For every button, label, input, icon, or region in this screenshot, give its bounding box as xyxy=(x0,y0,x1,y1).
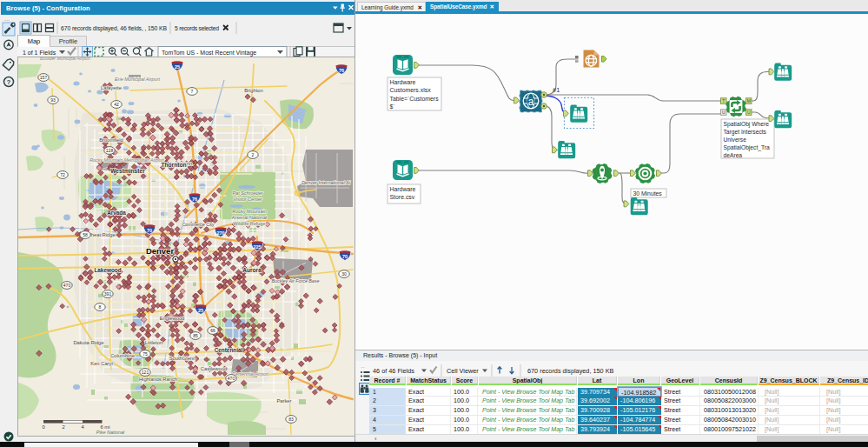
svg-text:391: 391 xyxy=(104,291,112,297)
svg-text:Boulder Municipal Airport: Boulder Municipal Airport xyxy=(40,57,90,61)
svg-text:121: 121 xyxy=(142,370,149,375)
svg-text:Pat Schroeder: Pat Schroeder xyxy=(232,190,263,196)
svg-text:76: 76 xyxy=(339,68,344,73)
svg-text:Commerce City: Commerce City xyxy=(182,222,214,227)
svg-text:30 Minutes: 30 Minutes xyxy=(633,190,663,197)
svg-text:Denver International Ai: Denver International Ai xyxy=(301,180,351,185)
svg-text:470: 470 xyxy=(63,283,71,288)
svg-text:75: 75 xyxy=(142,351,148,357)
svg-text:SouthGlenn: SouthGlenn xyxy=(169,356,196,361)
svg-text:Hardware: Hardware xyxy=(390,79,416,85)
svg-text:U: U xyxy=(722,110,726,115)
svg-text:6 mi: 6 mi xyxy=(101,424,110,430)
svg-text:670 records displayed, 46 fiel: 670 records displayed, 46 fields, , 150 … xyxy=(61,25,167,32)
svg-text:Brighton: Brighton xyxy=(244,88,263,93)
svg-text:a: a xyxy=(528,96,534,108)
svg-text:Lafayette: Lafayette xyxy=(101,85,122,90)
svg-text:2: 2 xyxy=(62,424,64,430)
svg-text:670 records displayed, 150 KB: 670 records displayed, 150 KB xyxy=(527,367,614,375)
svg-text:M: M xyxy=(747,98,751,103)
svg-text:Universe: Universe xyxy=(724,137,747,143)
svg-text:T: T xyxy=(722,98,725,103)
svg-text:30: 30 xyxy=(341,271,347,277)
svg-text:Customers.xlsx: Customers.xlsx xyxy=(390,87,432,93)
svg-text:7: 7 xyxy=(191,89,194,94)
svg-text:Hardware: Hardware xyxy=(390,186,416,192)
svg-text:Table=`Customers: Table=`Customers xyxy=(390,96,440,102)
svg-text:Cell Viewer: Cell Viewer xyxy=(447,367,479,375)
svg-text:225: 225 xyxy=(253,244,261,250)
svg-text:deArea: deArea xyxy=(724,152,743,158)
svg-text:Littleton: Littleton xyxy=(145,340,162,345)
svg-text:Buckley Air Force Base: Buckley Air Force Base xyxy=(272,278,320,284)
svg-text:Englewood: Englewood xyxy=(160,316,185,321)
svg-text:157: 157 xyxy=(40,75,48,80)
svg-text:Lakewood: Lakewood xyxy=(94,267,121,273)
svg-text:Westminster: Westminster xyxy=(110,168,145,174)
svg-text:Store.csv: Store.csv xyxy=(390,194,415,200)
svg-text:Dakota Ridge: Dakota Ridge xyxy=(73,340,103,345)
svg-text:0: 0 xyxy=(42,424,44,430)
svg-text:Rocky Mountain Metropolitan Ai: Rocky Mountain Metropolitan Airport xyxy=(89,157,164,163)
svg-text:42: 42 xyxy=(114,102,119,107)
svg-text:76: 76 xyxy=(192,197,197,202)
svg-text:128: 128 xyxy=(106,148,114,153)
svg-text:Broomfield: Broomfield xyxy=(99,137,123,143)
svg-text:Denver: Denver xyxy=(146,246,175,256)
svg-text:TomTom US - Most Recent Vintag: TomTom US - Most Recent Vintage xyxy=(162,50,256,57)
svg-text:Arvada: Arvada xyxy=(107,210,126,216)
svg-text:Highlands Ranch: Highlands Ranch xyxy=(139,377,177,382)
svg-text:Erie Municipal Airport: Erie Municipal Airport xyxy=(115,77,161,82)
svg-text:46 of 46 Fields: 46 of 46 Fields xyxy=(373,367,414,375)
svg-text:Castlewood: Castlewood xyxy=(201,366,227,371)
svg-text:93: 93 xyxy=(50,97,56,103)
svg-text:470: 470 xyxy=(228,376,235,381)
svg-text:25: 25 xyxy=(175,64,180,70)
svg-text:Parker: Parker xyxy=(276,398,291,404)
svg-text:85: 85 xyxy=(193,333,198,338)
svg-text:8: 8 xyxy=(99,304,102,310)
svg-text:72: 72 xyxy=(60,172,65,177)
svg-text:...: ... xyxy=(4,16,10,22)
svg-text:66: 66 xyxy=(210,328,215,333)
svg-text:?: ? xyxy=(7,78,11,86)
svg-text:5 records selected: 5 records selected xyxy=(175,25,219,31)
svg-text:...: ... xyxy=(361,364,365,369)
svg-text:Rocky Mountain: Rocky Mountain xyxy=(232,209,266,214)
svg-text:Ken Caryl: Ken Caryl xyxy=(90,361,112,366)
svg-text:Centennial Airport: Centennial Airport xyxy=(232,371,269,377)
svg-text:SpatialObj Where: SpatialObj Where xyxy=(724,121,770,128)
svg-text:$`: $` xyxy=(390,103,395,110)
svg-text:70: 70 xyxy=(342,254,348,259)
svg-text:Visitor Center: Visitor Center xyxy=(233,197,262,202)
svg-text:Wildlife Refuge: Wildlife Refuge xyxy=(234,221,266,226)
svg-text:#1: #1 xyxy=(553,86,560,94)
svg-text:2: 2 xyxy=(252,152,255,157)
svg-text:Aurora: Aurora xyxy=(242,267,262,273)
svg-text:70: 70 xyxy=(147,228,152,233)
svg-text:SpatialObject_Tra: SpatialObject_Tra xyxy=(724,144,771,151)
svg-text:1 of 1 Fields: 1 of 1 Fields xyxy=(23,50,56,56)
svg-text:Columbine: Columbine xyxy=(110,353,135,358)
svg-text:Centennial: Centennial xyxy=(215,347,243,353)
svg-text:U: U xyxy=(747,110,751,115)
svg-text:25: 25 xyxy=(198,308,203,313)
svg-text:83: 83 xyxy=(288,417,294,422)
svg-text:58: 58 xyxy=(83,232,88,237)
svg-text:270: 270 xyxy=(216,230,224,236)
svg-text:Arsenal National: Arsenal National xyxy=(232,215,267,220)
svg-text:Target Intersects: Target Intersects xyxy=(724,129,767,136)
svg-text:Pike National: Pike National xyxy=(96,430,125,435)
svg-text:Thornton: Thornton xyxy=(162,162,187,168)
